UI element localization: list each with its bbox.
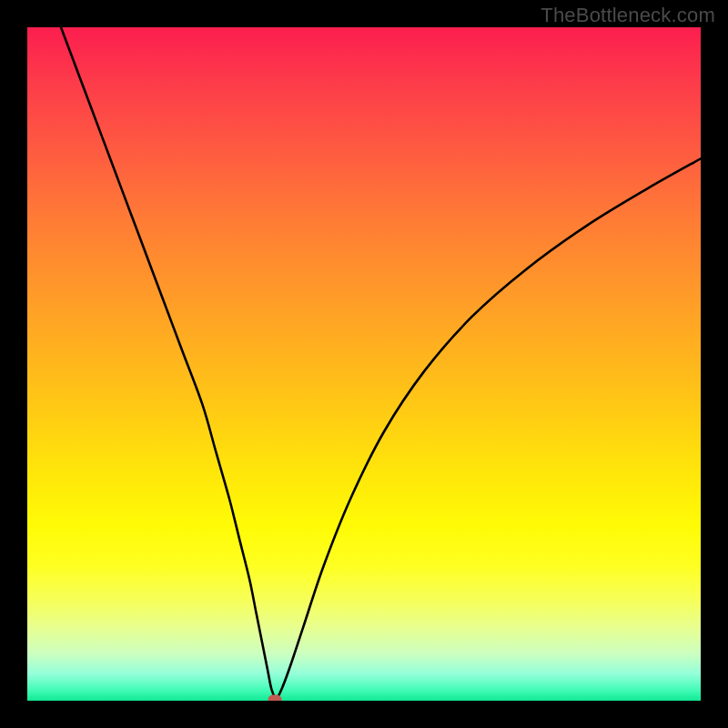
plot-area <box>27 27 701 701</box>
curve-svg <box>27 27 701 701</box>
chart-frame: TheBottleneck.com <box>0 0 728 728</box>
optimum-marker <box>268 695 282 701</box>
bottleneck-curve <box>61 27 701 698</box>
watermark-text: TheBottleneck.com <box>541 4 715 27</box>
